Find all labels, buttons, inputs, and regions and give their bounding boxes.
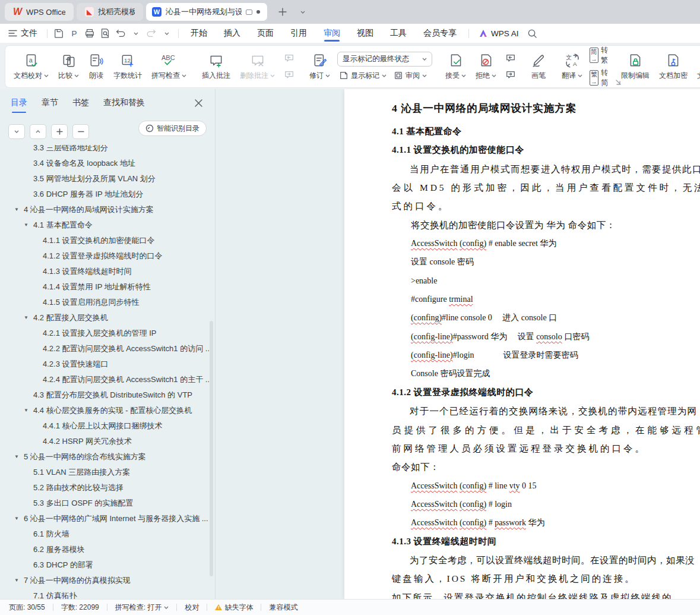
toc-item[interactable]: 4.1.4 设置禁用 IP 地址解析特性 [0, 279, 209, 295]
toc-collapse-arrow-icon[interactable]: ▼ [24, 217, 33, 233]
tab-preview-icon[interactable] [246, 10, 252, 15]
doc-line[interactable]: 将交换机的加密使能口令设置为 华为 命令如下： [392, 216, 700, 234]
toc-item[interactable]: 5.1 VLAN 三层路由接入方案 [0, 465, 209, 480]
toc-item[interactable]: ▼4.2 配置接入层交换机 [0, 310, 209, 326]
toc-item[interactable]: 3.3 三层链路地址划分 [0, 145, 209, 156]
toc-collapse-arrow-icon[interactable]: ▼ [14, 573, 24, 588]
restrict-editing-button[interactable]: 限制编辑 [616, 48, 654, 85]
doc-line[interactable]: 如下所示，设置登录交换机的控制台终端线路及虚拟终端线的 [392, 588, 700, 599]
toc-item[interactable]: 5.3 多出口 OSPF 的实施配置 [0, 496, 209, 511]
missing-font-indicator[interactable]: 缺失字体 [215, 603, 253, 613]
proofing-indicator[interactable]: 校对 [185, 603, 199, 613]
document-page[interactable]: 4 沁县一中网络的局域网设计实施方案4.1 基本配置命令4.1.1 设置交换机的… [344, 89, 700, 599]
toc-item[interactable]: 7.1 仿真拓扑 [0, 588, 209, 599]
doc-line[interactable]: >enable [392, 272, 700, 290]
page-indicator[interactable]: 页面: 30/55 [9, 603, 45, 613]
translate-button[interactable]: 文A 翻译 [557, 48, 587, 85]
wps-ai-button[interactable]: WPS AI [479, 29, 519, 38]
compare-button[interactable]: 比较 [53, 48, 84, 85]
search-button[interactable] [525, 26, 540, 40]
toc-item[interactable]: 4.1.3 设置终端线超时时间 [0, 264, 209, 279]
doc-line[interactable]: 命令如下： [392, 458, 700, 476]
previous-change-button[interactable] [503, 52, 518, 65]
ink-pen-button[interactable]: 画笔 [526, 48, 551, 85]
undo-dropdown[interactable] [128, 26, 144, 40]
doc-permission-button[interactable]: 文档权限 [692, 48, 700, 85]
toc-collapse-arrow-icon[interactable]: ▼ [14, 511, 24, 526]
doc-line[interactable]: 前网络管理人员必须设置远程登录交换机的口令。 [392, 439, 700, 458]
compatibility-mode-indicator[interactable]: 兼容模式 [269, 603, 297, 613]
toc-item[interactable]: 3.4 设备命名及 loopback 地址 [0, 156, 209, 171]
export-pdf-button[interactable]: P [66, 26, 82, 40]
toc-item[interactable]: 4.3 配置分布层交换机 DistributeSwitch 的 VTP [0, 387, 209, 403]
doc-line[interactable]: 对于一个已经运行着的交换网络来说，交换机的带内远程管理为网 [392, 402, 700, 420]
more-commands-button[interactable] [159, 26, 175, 40]
doc-line[interactable]: 键盘输入，IOS 将断开用户和交换机之间的连接。 [392, 569, 700, 588]
toc-expand-all-button[interactable] [51, 124, 68, 139]
doc-line[interactable]: (config-line)#login 设置登录时需要密码 [392, 346, 700, 364]
doc-line[interactable]: 4.1.2 设置登录虚拟终端线时的口令 [392, 383, 700, 402]
toc-item[interactable]: 4.1.2 设置登录虚拟终端线时的口令 [0, 248, 209, 264]
tab-wps-office[interactable]: W WPS Office [5, 3, 74, 21]
toc-item[interactable]: 3.6 DHCP 服务器 IP 地址池划分 [0, 187, 209, 202]
toc-item[interactable]: ▼4 沁县一中网络的局域网设计实施方案 [0, 202, 209, 217]
accept-change-button[interactable]: 接受 [441, 48, 471, 85]
save-button[interactable] [51, 26, 66, 40]
toc-item[interactable]: 3.5 网管地址划分及所属 VLAN 划分 [0, 171, 209, 187]
markup-state-select[interactable]: 显示标记的最终状态 [337, 52, 432, 67]
menu-item-tools[interactable]: 工具 [390, 24, 407, 43]
reject-change-button[interactable]: 拒绝 [471, 48, 501, 85]
dialog-launcher-icon[interactable] [616, 80, 621, 85]
sidebar-tab-chapters[interactable]: 章节 [42, 89, 58, 116]
menu-item-reference[interactable]: 引用 [290, 24, 307, 43]
doc-line[interactable]: #configure trminal [392, 290, 700, 308]
toc-item[interactable]: 6.2 服务器模块 [0, 542, 209, 557]
doc-line[interactable]: 员提供了很多的方便。但是，出于安全考虑，在能够远程管理 [392, 421, 700, 439]
toc-item[interactable]: ▼5 沁县一中网络的综合布线实施方案 [0, 449, 209, 465]
menu-item-member[interactable]: 会员专享 [423, 24, 457, 43]
doc-line[interactable]: 设置 console 密码 [392, 253, 700, 271]
menu-item-view[interactable]: 视图 [357, 24, 373, 43]
doc-line[interactable]: 4.1.1 设置交换机的加密使能口令 [392, 141, 700, 159]
doc-line[interactable]: 4 沁县一中网络的局域网设计实施方案 [392, 94, 700, 122]
menu-item-page[interactable]: 页面 [257, 24, 274, 43]
toc-item[interactable]: ▼4.1 基本配置命令 [0, 217, 209, 233]
doc-line[interactable]: Console 密码设置完成 [392, 364, 700, 383]
sidebar-close-button[interactable] [192, 97, 204, 109]
encrypt-document-button[interactable]: 文档加密 [654, 48, 692, 85]
doc-line[interactable]: AccessSwitch (config) # line vty 0 15 [392, 477, 700, 495]
print-button[interactable] [82, 26, 97, 40]
toc-item[interactable]: 4.4.2 HSRP 网关冗余技术 [0, 434, 209, 449]
toc-collapse-arrow-icon[interactable]: ▼ [14, 449, 24, 465]
toc-item[interactable]: 4.2.1 设置接入层交换机的管理 IP [0, 326, 209, 341]
doc-line[interactable]: 当用户在普通用户模式而想要进入特权用户模式时，需要提供此口令 [392, 160, 700, 178]
new-tab-button[interactable] [275, 4, 290, 20]
sidebar-tab-find-replace[interactable]: 查找和替换 [103, 89, 145, 116]
word-count-button[interactable]: 12 字数统计 [109, 48, 147, 85]
toc-item[interactable]: 4.1.5 设置启用消息同步特性 [0, 295, 209, 310]
toc-item[interactable]: 4.2.4 配置访问层交换机 AccessSwitch1 的主干 ... [0, 372, 209, 387]
toc-collapse-arrow-icon[interactable]: ▼ [24, 310, 33, 326]
toc-item[interactable]: 4.2.3 设置快速端口 [0, 357, 209, 372]
read-aloud-button[interactable]: 朗读 [84, 48, 109, 85]
show-markup-button[interactable]: 显示标记 [337, 70, 388, 82]
word-count-indicator[interactable]: 字数: 22099 [61, 603, 99, 613]
doc-line[interactable]: 式的口令。 [392, 197, 700, 215]
tab-list-button[interactable] [295, 4, 311, 20]
toc-collapse-arrow-icon[interactable]: ▼ [14, 202, 24, 217]
sidebar-tab-bookmarks[interactable]: 书签 [72, 89, 89, 116]
toc-collapse-arrow-icon[interactable]: ▼ [24, 403, 33, 418]
doc-line[interactable]: 会以 MD5 的形式加密，因此，当用户查看配置文件时，无法看 [392, 178, 700, 197]
menu-item-start[interactable]: 开始 [191, 24, 207, 43]
file-menu-button[interactable]: 文件 [0, 28, 43, 39]
toc-expand-down-button[interactable] [8, 124, 25, 139]
sidebar-tab-contents[interactable]: 目录 [11, 89, 27, 116]
undo-button[interactable] [113, 26, 128, 40]
tab-docer-templates[interactable]: ◣ 找稻壳模板 [77, 3, 143, 21]
spell-check-button[interactable]: ABC 拼写检查 [147, 48, 191, 85]
toc-item[interactable]: 4.2.2 配置访问层交换机 AccessSwitch1 的访问 ... [0, 341, 209, 357]
insert-comment-button[interactable]: 插入批注 [197, 48, 235, 85]
doc-line[interactable]: AccessSwitch (config) # passwork 华为 [392, 513, 700, 532]
toc-collapse-all-button[interactable] [72, 124, 89, 139]
tab-document-active[interactable]: W 沁县一中网络规划与设计 毕业 [146, 3, 267, 21]
